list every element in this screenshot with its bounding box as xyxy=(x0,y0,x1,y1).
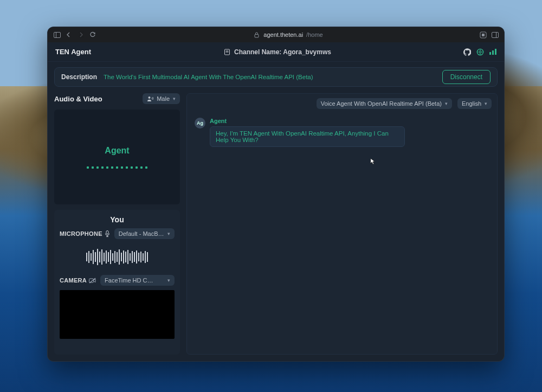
chevron-down-icon: ▾ xyxy=(167,231,170,236)
agent-type-value: Voice Agent With OpenAI Realtime API (Be… xyxy=(321,100,442,107)
description-text: The World's First Multimodal AI Agent Wi… xyxy=(104,74,436,80)
svg-point-11 xyxy=(149,97,151,99)
extension-icon[interactable] xyxy=(479,31,487,38)
voice-gender-select[interactable]: Male ▾ xyxy=(143,93,180,104)
channel-icon xyxy=(223,48,231,56)
url-host: agent.theten.ai xyxy=(263,31,303,38)
app-window: agent.theten.ai/home TEN Agent Channel N… xyxy=(47,27,505,362)
message-bubble: Hey, I'm TEN Agent With OpenAI Realtime … xyxy=(210,126,405,147)
svg-rect-0 xyxy=(54,32,60,37)
mouse-cursor-icon xyxy=(370,158,376,165)
camera-device-value: FaceTime HD Camer... xyxy=(105,277,156,284)
av-section-title: Audio & Video xyxy=(54,95,102,103)
refresh-icon[interactable] xyxy=(89,31,96,38)
signal-icon xyxy=(489,49,496,55)
you-panel: You MICROPHONE Default - MacBook Pr... ▾ xyxy=(54,210,180,355)
you-label: You xyxy=(60,215,175,224)
microphone-device-value: Default - MacBook Pr... xyxy=(119,230,164,237)
channel-name: Channel Name: Agora_bvymws xyxy=(234,48,331,56)
language-select[interactable]: English ▾ xyxy=(457,98,492,109)
lock-icon xyxy=(253,31,260,38)
nav-forward-icon[interactable] xyxy=(77,31,85,38)
avatar: Ag xyxy=(195,118,205,128)
camera-device-select[interactable]: FaceTime HD Camer... ▾ xyxy=(100,275,175,286)
agent-video-tile: Agent xyxy=(54,110,180,204)
nav-back-icon[interactable] xyxy=(65,31,73,38)
svg-rect-12 xyxy=(106,231,108,234)
microphone-icon[interactable] xyxy=(105,230,110,237)
chevron-down-icon: ▾ xyxy=(485,101,487,106)
audio-video-panel: Audio & Video Male ▾ Agent You xyxy=(54,93,180,355)
tabs-icon[interactable] xyxy=(491,31,499,38)
disconnect-button[interactable]: Disconnect xyxy=(442,70,491,84)
camera-preview xyxy=(60,290,175,339)
language-value: English xyxy=(462,100,481,107)
description-label: Description xyxy=(61,73,97,81)
camera-section-label: CAMERA xyxy=(60,277,87,284)
github-icon[interactable] xyxy=(463,48,471,56)
chevron-down-icon: ▾ xyxy=(167,278,170,283)
url-bar[interactable]: agent.theten.ai/home xyxy=(102,31,474,38)
description-bar: Description The World's First Multimodal… xyxy=(54,67,498,87)
url-path: /home xyxy=(306,31,323,38)
status-icon[interactable] xyxy=(476,48,484,56)
chevron-down-icon: ▾ xyxy=(173,96,176,101)
agent-type-select[interactable]: Voice Agent With OpenAI Realtime API (Be… xyxy=(317,98,452,109)
app-brand: TEN Agent xyxy=(55,48,91,56)
app-header: TEN Agent Channel Name: Agora_bvymws xyxy=(48,42,504,62)
sidebar-toggle-icon[interactable] xyxy=(53,31,61,38)
microphone-device-select[interactable]: Default - MacBook Pr... ▾ xyxy=(114,228,175,239)
chat-message: Ag Agent Hey, I'm TEN Agent With OpenAI … xyxy=(195,118,489,147)
svg-rect-2 xyxy=(255,34,259,37)
agent-audio-visualizer xyxy=(87,166,147,169)
agent-tile-label: Agent xyxy=(105,146,129,156)
message-sender-name: Agent xyxy=(210,118,405,124)
svg-rect-4 xyxy=(482,34,485,36)
person-voice-icon xyxy=(147,96,153,102)
voice-gender-value: Male xyxy=(157,95,170,102)
microphone-section-label: MICROPHONE xyxy=(60,230,102,237)
chat-panel: Voice Agent With OpenAI Realtime API (Be… xyxy=(186,93,498,355)
chevron-down-icon: ▾ xyxy=(445,101,448,106)
microphone-waveform xyxy=(60,243,175,271)
browser-toolbar: agent.theten.ai/home xyxy=(48,27,504,42)
svg-rect-5 xyxy=(492,32,498,37)
camera-off-icon[interactable] xyxy=(89,278,96,284)
